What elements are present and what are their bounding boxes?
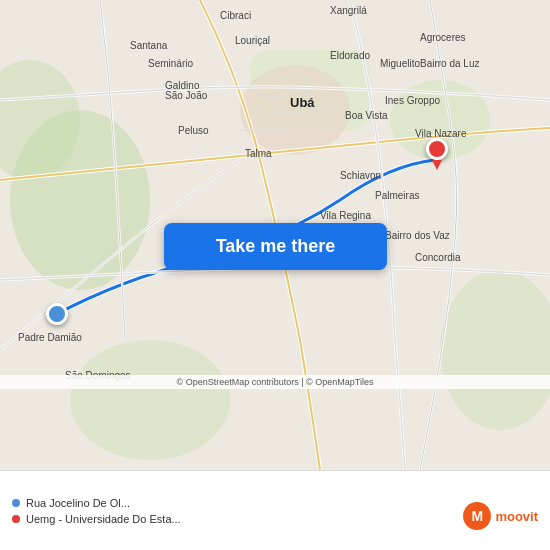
origin-dot	[12, 499, 20, 507]
take-me-there-button[interactable]: Take me there	[164, 223, 387, 270]
svg-point-4	[70, 340, 230, 460]
map-attribution: © OpenStreetMap contributors | © OpenMap…	[0, 375, 550, 389]
bottom-bar: Rua Jocelino De Ol... Uemg - Universidad…	[0, 470, 550, 550]
map-container: XangriláCibraciSantanaLouriçalSeminárioE…	[0, 0, 550, 470]
to-label: Uemg - Universidade Do Esta...	[26, 513, 181, 525]
origin-pin	[46, 303, 68, 325]
moovit-text: moovit	[495, 509, 538, 524]
moovit-logo: M moovit	[463, 502, 538, 530]
route-to: Uemg - Universidade Do Esta...	[12, 513, 538, 525]
from-label: Rua Jocelino De Ol...	[26, 497, 130, 509]
destination-pin	[426, 138, 448, 170]
dest-dot	[12, 515, 20, 523]
route-from: Rua Jocelino De Ol...	[12, 497, 538, 509]
route-info: Rua Jocelino De Ol... Uemg - Universidad…	[12, 497, 538, 525]
moovit-icon: M	[463, 502, 491, 530]
